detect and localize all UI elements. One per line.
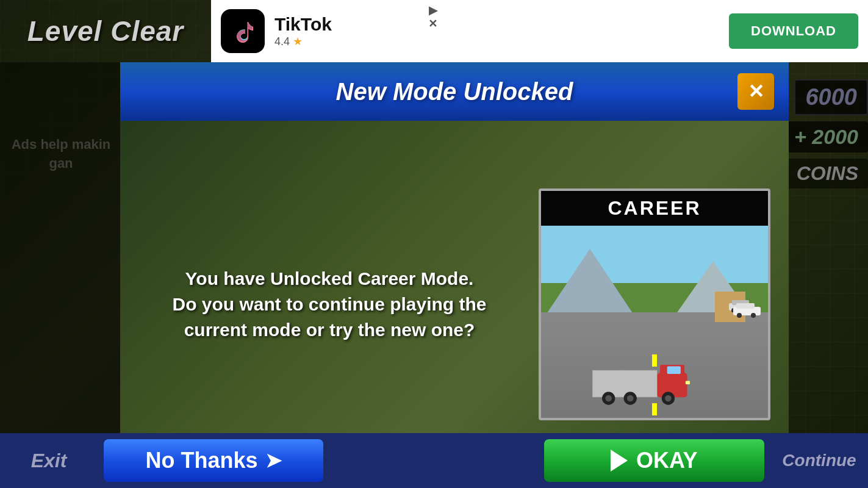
career-label: CAREER xyxy=(541,191,768,226)
mountain-left-icon xyxy=(541,249,639,322)
level-clear-text: Level Clear xyxy=(27,15,184,48)
continue-button[interactable]: Continue xyxy=(770,433,868,488)
modal-header: New Mode Unlocked ✕ xyxy=(120,62,789,121)
svg-point-8 xyxy=(627,395,634,402)
tiktok-icon xyxy=(221,9,265,53)
no-thanks-button[interactable]: No Thanks ➤ xyxy=(104,439,323,482)
ad-app-name: TikTok xyxy=(274,14,719,35)
exit-button[interactable]: Exit xyxy=(0,433,98,488)
okay-play-icon xyxy=(611,450,628,472)
ad-banner[interactable]: ▶ ✕ TikTok 4.4 ★ DOWNLOAD xyxy=(211,0,868,62)
career-scene xyxy=(541,226,768,418)
modal-title: New Mode Unlocked xyxy=(171,78,737,106)
download-button[interactable]: DOWNLOAD xyxy=(729,13,858,49)
bottom-bar: Exit No Thanks ➤ OKAY Continue xyxy=(0,433,868,488)
okay-label: OKAY xyxy=(636,448,698,473)
svg-point-18 xyxy=(737,313,742,318)
modal-content: You have Unlocked Career Mode.Do you wan… xyxy=(138,188,770,420)
svg-point-10 xyxy=(665,395,672,402)
no-thanks-arrow-icon: ➤ xyxy=(265,449,282,472)
svg-rect-1 xyxy=(592,370,658,397)
new-mode-modal: New Mode Unlocked ✕ You have Unlocked Ca… xyxy=(120,62,789,488)
ad-rating: 4.4 ★ xyxy=(274,35,719,48)
truck-image xyxy=(586,359,696,408)
ad-info: TikTok 4.4 ★ xyxy=(274,14,719,48)
career-image: CAREER xyxy=(539,188,770,420)
ad-arrow-icon: ▶ xyxy=(429,4,437,17)
svg-rect-4 xyxy=(667,367,681,374)
modal-body-text: You have Unlocked Career Mode.Do you wan… xyxy=(138,266,520,343)
ad-x-icon: ✕ xyxy=(428,17,437,30)
okay-button[interactable]: OKAY xyxy=(544,439,765,482)
svg-point-19 xyxy=(751,313,756,318)
level-clear-banner: Level Clear xyxy=(0,0,211,62)
modal-close-button[interactable]: ✕ xyxy=(737,73,774,110)
ad-close-area: ▶ ✕ xyxy=(428,4,437,30)
no-thanks-label: No Thanks xyxy=(145,448,257,473)
svg-rect-17 xyxy=(736,303,755,309)
svg-point-6 xyxy=(606,395,612,402)
svg-rect-11 xyxy=(686,381,690,384)
